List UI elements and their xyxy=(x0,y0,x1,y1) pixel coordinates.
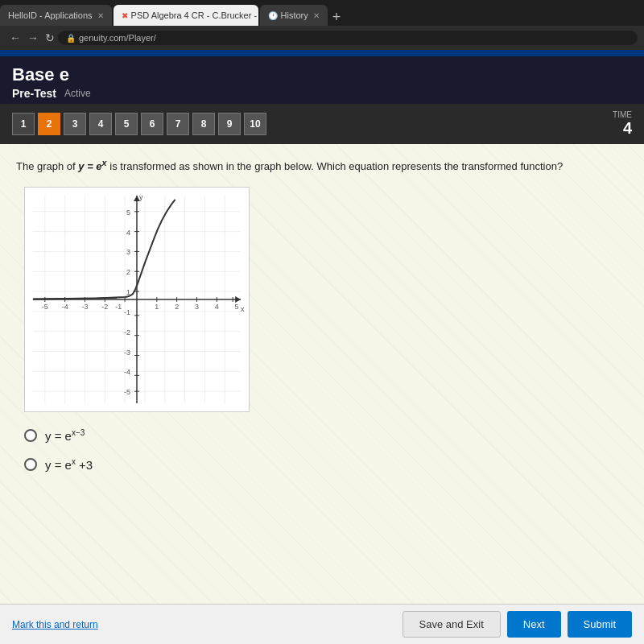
page-title: Base e xyxy=(12,64,632,85)
question-num-1[interactable]: 1 xyxy=(12,113,35,135)
question-text-after: is transformed as shown in the graph bel… xyxy=(109,160,563,172)
question-num-5[interactable]: 5 xyxy=(115,113,138,135)
tab-history-label: History xyxy=(281,10,308,20)
graph-container: 5 4 3 2 1 -1 -2 -3 -4 -5 -5 -4 -3 -2 -1 … xyxy=(24,187,250,412)
address-bar-row: ← → ↻ 🔒 genuity.com/Player/ xyxy=(0,26,644,50)
save-exit-button[interactable]: Save and Exit xyxy=(402,611,501,638)
tab-psd[interactable]: ✖ PSD Algebra 4 CR - C.Brucker - E ✕ xyxy=(114,5,258,26)
svg-text:-3: -3 xyxy=(81,303,88,311)
svg-text:5: 5 xyxy=(235,303,239,311)
history-icon: 🕐 xyxy=(268,11,278,20)
tab-bar: HelloID - Applications ✕ ✖ PSD Algebra 4… xyxy=(0,0,644,26)
x-icon: ✖ xyxy=(122,11,128,20)
choice-1-text: y = ex−3 xyxy=(45,428,85,443)
svg-text:1: 1 xyxy=(155,303,159,311)
timer-value: 4 xyxy=(613,119,632,138)
next-button[interactable]: Next xyxy=(507,611,561,638)
answer-choice-1[interactable]: y = ex−3 xyxy=(24,428,628,443)
equation-main: y = ex xyxy=(78,160,106,172)
svg-marker-22 xyxy=(235,296,241,303)
question-num-2[interactable]: 2 xyxy=(38,113,60,135)
mark-return-link[interactable]: Mark this and return xyxy=(12,619,98,630)
graph-svg: 5 4 3 2 1 -1 -2 -3 -4 -5 -5 -4 -3 -2 -1 … xyxy=(25,188,249,411)
tab-psd-label: PSD Algebra 4 CR - C.Brucker - E xyxy=(131,10,258,20)
refresh-button[interactable]: ↻ xyxy=(45,31,55,44)
svg-text:4: 4 xyxy=(126,228,130,236)
question-num-8[interactable]: 8 xyxy=(192,113,215,135)
tab-helloid-label: HelloID - Applications xyxy=(8,10,93,20)
page-content: Base e Pre-Test Active 1 2 3 4 5 6 7 8 9… xyxy=(0,56,644,644)
svg-text:-3: -3 xyxy=(124,348,130,356)
svg-text:y: y xyxy=(139,193,143,201)
svg-text:2: 2 xyxy=(126,268,130,276)
question-text: The graph of y = ex is transformed as sh… xyxy=(16,156,628,175)
question-nav: 1 2 3 4 5 6 7 8 9 10 TIME 4 xyxy=(0,104,644,144)
answer-choices: y = ex−3 y = ex +3 xyxy=(16,428,628,472)
new-tab-button[interactable]: + xyxy=(332,9,341,26)
question-num-3[interactable]: 3 xyxy=(64,113,86,135)
forward-button[interactable]: → xyxy=(27,31,39,44)
question-numbers: 1 2 3 4 5 6 7 8 9 10 xyxy=(12,113,266,135)
address-text: genuity.com/Player/ xyxy=(79,33,156,43)
svg-text:-1: -1 xyxy=(124,308,130,316)
status-badge: Active xyxy=(64,88,91,99)
svg-text:x: x xyxy=(241,305,245,313)
svg-text:-5: -5 xyxy=(124,388,130,396)
address-bar[interactable]: 🔒 genuity.com/Player/ xyxy=(58,31,638,45)
bottom-buttons: Save and Exit Next Submit xyxy=(402,611,632,638)
question-text-before: The graph of xyxy=(16,160,78,172)
blue-accent-bar xyxy=(0,50,644,56)
pre-test-row: Pre-Test Active xyxy=(12,87,632,100)
svg-text:-2: -2 xyxy=(101,303,108,311)
radio-2[interactable] xyxy=(24,458,37,471)
svg-text:-5: -5 xyxy=(42,303,48,311)
submit-button[interactable]: Submit xyxy=(568,611,632,638)
svg-text:-2: -2 xyxy=(124,328,130,336)
svg-text:-1: -1 xyxy=(115,303,122,311)
tab-helloid[interactable]: HelloID - Applications ✕ xyxy=(0,5,112,26)
tab-history[interactable]: 🕐 History ✕ xyxy=(260,5,328,26)
svg-text:3: 3 xyxy=(126,248,130,256)
bottom-bar: Mark this and return Save and Exit Next … xyxy=(0,604,644,644)
choice-2-text: y = ex +3 xyxy=(45,457,93,472)
lock-icon: 🔒 xyxy=(66,34,76,43)
svg-text:4: 4 xyxy=(215,303,219,311)
radio-1[interactable] xyxy=(24,429,37,442)
question-num-10[interactable]: 10 xyxy=(244,113,266,135)
svg-text:5: 5 xyxy=(126,208,130,217)
timer-section: TIME 4 xyxy=(613,110,632,138)
svg-text:2: 2 xyxy=(175,303,179,311)
question-num-6[interactable]: 6 xyxy=(141,113,163,135)
question-num-4[interactable]: 4 xyxy=(89,113,112,135)
browser-window: HelloID - Applications ✕ ✖ PSD Algebra 4… xyxy=(0,0,644,50)
svg-text:-4: -4 xyxy=(124,368,130,376)
question-num-9[interactable]: 9 xyxy=(218,113,241,135)
back-button[interactable]: ← xyxy=(10,31,21,44)
svg-text:3: 3 xyxy=(195,303,199,311)
svg-text:-4: -4 xyxy=(62,303,68,311)
question-area: The graph of y = ex is transformed as sh… xyxy=(0,144,644,627)
tab-history-close[interactable]: ✕ xyxy=(313,11,320,20)
title-section: Base e Pre-Test Active xyxy=(0,56,644,104)
answer-choice-2[interactable]: y = ex +3 xyxy=(24,457,628,472)
timer-label: TIME xyxy=(613,110,632,119)
pre-test-label: Pre-Test xyxy=(12,87,56,100)
tab-helloid-close[interactable]: ✕ xyxy=(97,11,104,20)
question-num-7[interactable]: 7 xyxy=(167,113,189,135)
